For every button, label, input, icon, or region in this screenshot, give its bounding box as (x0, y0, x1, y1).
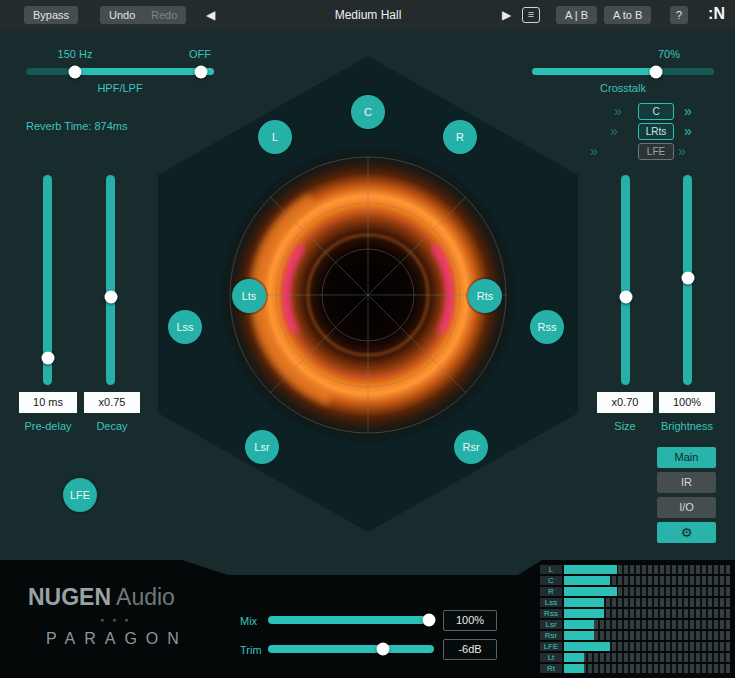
size-value[interactable]: x0.70 (597, 392, 653, 413)
mix-value[interactable]: 100% (443, 610, 497, 631)
meter-row: Rsr (540, 631, 730, 640)
previous-preset-icon[interactable]: ◀ (206, 8, 215, 22)
meter-track (564, 664, 730, 673)
channel-node-lsr[interactable]: Lsr (245, 430, 279, 464)
meter-fill (564, 565, 617, 574)
meter-track (564, 576, 730, 585)
lpf-knob[interactable] (194, 65, 207, 78)
routing-in-chevron-icon[interactable]: » (590, 143, 598, 160)
meter-row: R (540, 587, 730, 596)
channel-node-rsr[interactable]: Rsr (454, 430, 488, 464)
channel-node-lfe[interactable]: LFE (63, 478, 97, 512)
meter-fill (564, 609, 604, 618)
meter-fill (564, 664, 584, 673)
crosstalk-slider[interactable] (532, 68, 714, 75)
meter-label: Rsr (540, 631, 562, 640)
channel-node-lts[interactable]: Lts (232, 279, 266, 313)
preset-menu-icon[interactable]: ≡ (522, 7, 540, 23)
meter-track (564, 653, 730, 662)
routing-in-chevron-icon[interactable]: » (610, 123, 618, 140)
hpf-value: 150 Hz (58, 48, 93, 60)
size-knob[interactable] (619, 290, 632, 303)
channel-node-rts[interactable]: Rts (468, 279, 502, 313)
brightness-value[interactable]: 100% (659, 392, 715, 413)
mix-slider[interactable] (268, 616, 434, 624)
undo-button[interactable]: Undo (100, 6, 144, 24)
brand-tab: NUGENAudio ● ● ● PARAGON (0, 560, 228, 678)
brand-name: NUGEN (28, 584, 111, 610)
settings-gear-icon[interactable]: ⚙ (657, 522, 716, 543)
meter-row: Rss (540, 609, 730, 618)
meter-label: LFE (540, 642, 562, 651)
hpf-knob[interactable] (68, 65, 81, 78)
meter-label: Lt (540, 653, 562, 662)
brightness-fader[interactable] (683, 175, 692, 385)
bypass-button[interactable]: Bypass (24, 6, 78, 24)
meter-label: C (540, 576, 562, 585)
pre-delay-label: Pre-delay (24, 420, 71, 432)
meter-label: Lsr (540, 620, 562, 629)
meter-fill (564, 653, 584, 662)
tab-main[interactable]: Main (657, 447, 716, 468)
meter-track (564, 587, 730, 596)
trim-slider[interactable] (268, 645, 434, 653)
preset-name[interactable]: Medium Hall (288, 8, 448, 22)
channel-node-lss[interactable]: Lss (168, 310, 202, 344)
meter-label: Rss (540, 609, 562, 618)
routing-out-chevron-icon[interactable]: » (684, 123, 692, 140)
routing-group-lfe[interactable]: LFE (638, 143, 674, 160)
decay-label: Decay (96, 420, 127, 432)
pre-delay-value[interactable]: 10 ms (19, 392, 77, 413)
tab-io[interactable]: I/O (657, 497, 716, 518)
product-name: PARAGON (46, 630, 188, 648)
channel-node-l[interactable]: L (258, 120, 292, 154)
crosstalk-label: Crosstalk (600, 82, 646, 94)
routing-out-chevron-icon[interactable]: » (678, 143, 686, 160)
brand-dots-icon: ● ● ● (100, 616, 132, 623)
mix-knob[interactable] (423, 614, 436, 627)
meter-track (564, 642, 730, 651)
meter-label: R (540, 587, 562, 596)
next-preset-icon[interactable]: ▶ (502, 8, 511, 22)
meter-track (564, 598, 730, 607)
meter-fill (564, 642, 610, 651)
polar-grid (230, 157, 506, 433)
meter-fill (564, 631, 594, 640)
help-button[interactable]: ? (670, 6, 688, 24)
pre-delay-knob[interactable] (41, 351, 54, 364)
meter-row: Lsr (540, 620, 730, 629)
meter-row: Lss (540, 598, 730, 607)
meter-track (564, 631, 730, 640)
decay-knob[interactable] (104, 290, 117, 303)
ab-compare-button[interactable]: A | B (556, 6, 597, 24)
routing-group-c[interactable]: C (638, 103, 674, 120)
channel-node-c[interactable]: C (351, 95, 385, 129)
meter-row: C (540, 576, 730, 585)
routing-group-lrts[interactable]: LRts (638, 123, 674, 140)
decay-fader[interactable] (106, 175, 115, 385)
meter-label: Rt (540, 664, 562, 673)
decay-value[interactable]: x0.75 (84, 392, 140, 413)
title-bar: Bypass Undo Redo ◀ Medium Hall ▶ ≡ A | B… (0, 0, 735, 30)
a-to-b-button[interactable]: A to B (604, 6, 651, 24)
hpf-lpf-slider[interactable] (26, 68, 214, 75)
nugen-logo-icon: :N (708, 5, 725, 23)
lpf-value: OFF (189, 48, 211, 60)
trim-value[interactable]: -6dB (443, 639, 497, 660)
routing-out-chevron-icon[interactable]: » (684, 103, 692, 120)
redo-button[interactable]: Redo (142, 6, 186, 24)
brightness-label: Brightness (661, 420, 713, 432)
tab-ir[interactable]: IR (657, 472, 716, 493)
channel-node-rss[interactable]: Rss (530, 310, 564, 344)
size-fader[interactable] (621, 175, 630, 385)
meter-label: L (540, 565, 562, 574)
paragon-plugin-window: Bypass Undo Redo ◀ Medium Hall ▶ ≡ A | B… (0, 0, 735, 678)
mix-label: Mix (240, 615, 257, 627)
meter-fill (564, 620, 594, 629)
trim-knob[interactable] (376, 643, 389, 656)
routing-in-chevron-icon[interactable]: » (614, 103, 622, 120)
pre-delay-fader[interactable] (43, 175, 52, 385)
channel-node-r[interactable]: R (443, 120, 477, 154)
crosstalk-knob[interactable] (649, 65, 662, 78)
brightness-knob[interactable] (681, 271, 694, 284)
